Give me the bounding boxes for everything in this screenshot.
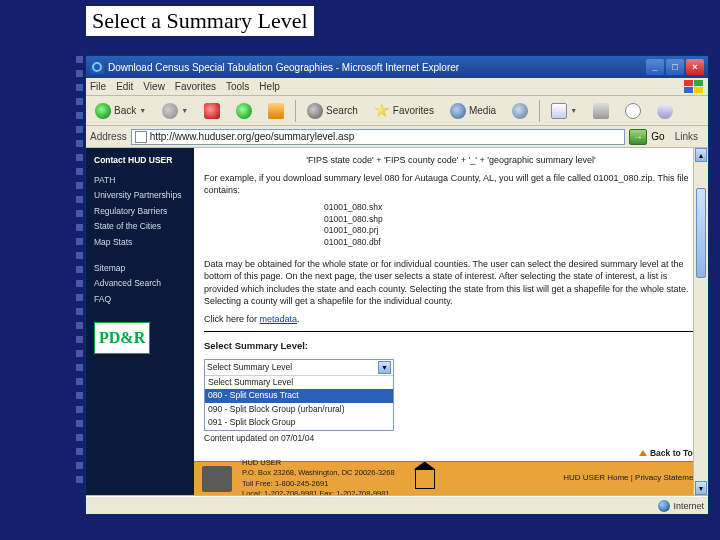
footer-links[interactable]: HUD USER Home | Privacy Statement	[563, 473, 700, 484]
footer-line: P.O. Box 23268, Washington, DC 20026-326…	[242, 468, 395, 478]
main-content: 'FIPS state code' + 'FIPS county code' +…	[194, 148, 708, 495]
home-button[interactable]	[263, 100, 289, 122]
ie-icon	[90, 60, 104, 74]
select-summary-label: Select Summary Level:	[204, 340, 698, 353]
select-head[interactable]: Select Summary Level ▼	[205, 360, 393, 376]
back-to-top[interactable]: Back to Top	[639, 448, 698, 459]
titlebar: Download Census Special Tabulation Geogr…	[86, 56, 708, 78]
search-label: Search	[326, 105, 358, 116]
refresh-button[interactable]	[231, 100, 257, 122]
favorites-button[interactable]: Favorites	[369, 100, 439, 122]
sidebar-header: Contact HUD USER	[94, 154, 186, 168]
page-heading: Select a Summary Level	[86, 6, 314, 36]
select-option[interactable]: Select Summary Level	[205, 376, 393, 389]
scroll-up-button[interactable]: ▲	[695, 148, 707, 162]
metadata-link[interactable]: metadata	[260, 314, 298, 324]
maximize-button[interactable]: □	[666, 59, 684, 75]
url-text: http://www.huduser.org/geo/summarylevel.…	[150, 131, 355, 142]
equal-housing-icon	[415, 469, 435, 489]
go-button[interactable]: →	[629, 129, 647, 145]
status-bar: Internet	[86, 496, 708, 514]
chevron-down-icon: ▼	[570, 107, 577, 114]
sidebar-item-advsearch[interactable]: Advanced Search	[94, 277, 186, 291]
address-input[interactable]: http://www.huduser.org/geo/summarylevel.…	[131, 129, 626, 145]
triangle-up-icon	[639, 450, 647, 456]
chevron-down-icon: ▼	[181, 107, 188, 114]
scroll-down-button[interactable]: ▼	[695, 481, 707, 495]
globe-icon	[658, 500, 670, 512]
address-bar: Address http://www.huduser.org/geo/summa…	[86, 126, 708, 148]
file-item: 01001_080.prj	[324, 225, 698, 236]
menu-edit[interactable]: Edit	[116, 81, 133, 92]
sidebar-item-socds[interactable]: State of the Cities	[94, 220, 186, 234]
menu-help[interactable]: Help	[259, 81, 280, 92]
select-option-091[interactable]: 091 - Split Block Group	[205, 416, 393, 429]
footer-line: Toll Free: 1-800-245-2691	[242, 479, 395, 489]
sidebar: Contact HUD USER PATH University Partner…	[86, 148, 194, 495]
stop-button[interactable]	[199, 100, 225, 122]
back-label: Back	[114, 105, 136, 116]
sidebar-item-mapstats[interactable]: Map Stats	[94, 236, 186, 250]
content-updated: Content updated on 07/01/04	[204, 433, 698, 444]
sidebar-item-regulatory[interactable]: Regulatory Barriers	[94, 205, 186, 219]
search-icon	[307, 103, 323, 119]
footer-line: Local: 1-202-708-9981 Fax: 1-202-708-998…	[242, 489, 395, 496]
metadata-prefix: Click here for	[204, 314, 260, 324]
description-paragraph: Data may be obtained for the whole state…	[204, 258, 698, 307]
menu-view[interactable]: View	[143, 81, 165, 92]
codes-line: 'FIPS state code' + 'FIPS county code' +…	[204, 154, 698, 166]
menu-favorites[interactable]: Favorites	[175, 81, 216, 92]
refresh-icon	[236, 103, 252, 119]
media-button[interactable]: Media	[445, 100, 501, 122]
scroll-thumb[interactable]	[696, 188, 706, 278]
file-item: 01001_080.shp	[324, 214, 698, 225]
edit-icon	[625, 103, 641, 119]
forward-button[interactable]: ▼	[157, 100, 193, 122]
toolbar: Back ▼ ▼ Search Favorites Media	[86, 96, 708, 126]
summary-level-select[interactable]: Select Summary Level ▼ Select Summary Le…	[204, 359, 394, 431]
decorative-dots	[76, 56, 84, 496]
history-button[interactable]	[507, 100, 533, 122]
address-label: Address	[90, 131, 127, 142]
search-button[interactable]: Search	[302, 100, 363, 122]
select-option-090[interactable]: 090 - Split Block Group (urban/rural)	[205, 403, 393, 416]
favorites-label: Favorites	[393, 105, 434, 116]
print-icon	[593, 103, 609, 119]
pdr-logo: PD&R	[94, 322, 150, 354]
sidebar-item-university[interactable]: University Partnerships	[94, 189, 186, 203]
stop-icon	[204, 103, 220, 119]
edit-button[interactable]	[620, 100, 646, 122]
sidebar-item-path[interactable]: PATH	[94, 174, 186, 188]
chevron-down-icon[interactable]: ▼	[378, 361, 391, 374]
footer-line: HUD USER	[242, 458, 395, 468]
content-area: Contact HUD USER PATH University Partner…	[86, 148, 708, 496]
metadata-line: Click here for metadata.	[204, 313, 698, 325]
sidebar-item-sitemap[interactable]: Sitemap	[94, 262, 186, 276]
file-item: 01001_080.shx	[324, 202, 698, 213]
media-label: Media	[469, 105, 496, 116]
sidebar-item-faq[interactable]: FAQ	[94, 293, 186, 307]
menu-tools[interactable]: Tools	[226, 81, 249, 92]
scrollbar-vertical[interactable]: ▲ ▼	[693, 148, 708, 495]
chevron-down-icon: ▼	[139, 107, 146, 114]
xp-flag-icon	[684, 80, 704, 94]
hud-logo	[202, 466, 232, 492]
zone-label: Internet	[673, 501, 704, 511]
select-value: Select Summary Level	[207, 362, 292, 373]
close-button[interactable]: ×	[686, 59, 704, 75]
page-footer: HUD USER P.O. Box 23268, Washington, DC …	[194, 461, 708, 495]
mail-button[interactable]: ▼	[546, 100, 582, 122]
menu-file[interactable]: File	[90, 81, 106, 92]
media-icon	[450, 103, 466, 119]
minimize-button[interactable]: _	[646, 59, 664, 75]
links-label[interactable]: Links	[669, 131, 704, 142]
browser-window: Download Census Special Tabulation Geogr…	[86, 56, 708, 514]
back-button[interactable]: Back ▼	[90, 100, 151, 122]
mail-icon	[551, 103, 567, 119]
page-icon	[135, 131, 147, 143]
separator	[539, 100, 540, 122]
select-option-080[interactable]: 080 - Split Census Tract	[205, 389, 393, 402]
discuss-button[interactable]	[652, 100, 678, 122]
print-button[interactable]	[588, 100, 614, 122]
example-paragraph: For example, if you download summary lev…	[204, 172, 698, 196]
